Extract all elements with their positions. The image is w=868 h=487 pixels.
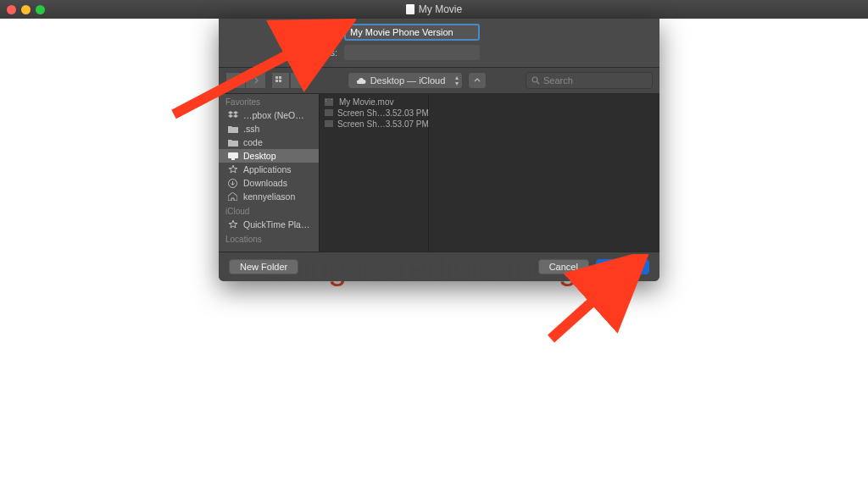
image-file-icon [325, 109, 333, 118]
file-row[interactable]: Screen Sh…3.53.07 PM [320, 119, 428, 130]
applications-icon [227, 164, 238, 174]
document-icon [406, 4, 415, 14]
sidebar-item-home[interactable]: kennyeliason [219, 190, 319, 203]
sidebar-item-label: Applications [243, 164, 292, 174]
svg-rect-14 [325, 120, 333, 127]
sidebar-item-label: Downloads [243, 178, 287, 188]
svg-rect-2 [275, 80, 278, 82]
location-popup[interactable]: Desktop — iCloud ▴▾ [348, 72, 464, 89]
downloads-icon [227, 178, 238, 188]
sidebar-header-favorites: Favorites [219, 94, 319, 108]
export-as-label: Export As: [244, 27, 337, 37]
dialog-button-bar: New Folder Cancel Save [219, 252, 659, 281]
forward-button[interactable] [246, 72, 266, 89]
svg-rect-10 [326, 99, 326, 100]
search-placeholder: Search [543, 75, 573, 86]
svg-point-4 [532, 77, 537, 82]
movie-file-icon [325, 98, 335, 107]
sidebar-header-locations: Locations [219, 231, 319, 246]
file-name: Screen Sh…3.53.07 PM [337, 119, 428, 129]
svg-line-5 [537, 82, 540, 85]
sidebar-item-label: kennyeliason [243, 191, 295, 202]
collapse-button[interactable] [468, 72, 487, 89]
desktop-icon [227, 151, 238, 161]
new-folder-button[interactable]: New Folder [229, 259, 298, 274]
stepper-icon: ▴▾ [455, 75, 459, 86]
sidebar-item-ssh[interactable]: .ssh [219, 122, 319, 136]
svg-rect-3 [279, 80, 281, 82]
location-label: Desktop — iCloud [370, 75, 446, 86]
file-name: Screen Sh…3.52.03 PM [337, 108, 428, 118]
sidebar-item-downloads[interactable]: Downloads [219, 176, 319, 190]
view-mode-dropdown[interactable] [290, 72, 309, 89]
export-filename-input[interactable] [344, 24, 480, 41]
sidebar-item-dropbox[interactable]: …pbox (NeO… [219, 108, 319, 122]
sidebar-item-applications[interactable]: Applications [219, 163, 319, 176]
sidebar-item-quicktime[interactable]: QuickTime Pla… [219, 218, 319, 231]
cancel-button[interactable]: Cancel [538, 259, 589, 274]
window-title-text: My Movie [419, 3, 462, 15]
window-title: My Movie [0, 3, 868, 15]
search-field[interactable]: Search [526, 72, 653, 89]
svg-rect-1 [279, 76, 281, 79]
folder-icon [227, 124, 238, 134]
svg-rect-11 [326, 101, 326, 102]
search-icon [531, 76, 540, 85]
home-icon [227, 191, 238, 202]
sidebar-item-code[interactable]: code [219, 136, 319, 149]
file-row[interactable]: My Movie.mov [320, 97, 428, 108]
svg-rect-0 [275, 76, 278, 79]
sidebar-item-label: code [243, 137, 263, 147]
preview-column [429, 94, 659, 252]
svg-rect-6 [228, 152, 238, 158]
cloud-icon [355, 77, 366, 85]
file-row[interactable]: Screen Sh…3.52.03 PM [320, 108, 428, 119]
svg-rect-13 [325, 109, 333, 116]
folder-icon [227, 137, 238, 147]
tags-input[interactable] [344, 45, 480, 60]
back-button[interactable] [225, 72, 246, 89]
save-dialog: Export As: Tags: [219, 19, 659, 281]
svg-rect-12 [331, 99, 332, 100]
svg-rect-7 [231, 158, 235, 160]
file-browser: Favorites …pbox (NeO… .ssh code Desktop … [219, 94, 659, 252]
image-file-icon [325, 120, 333, 129]
file-name: My Movie.mov [339, 97, 393, 107]
sidebar-header-icloud: iCloud [219, 203, 319, 218]
dialog-toolbar: Desktop — iCloud ▴▾ Search [219, 68, 659, 93]
sidebar-item-label: …pbox (NeO… [243, 110, 304, 120]
dropbox-icon [227, 110, 238, 120]
tags-label: Tags: [244, 47, 337, 58]
file-column: My Movie.mov Screen Sh…3.52.03 PM Screen… [319, 94, 429, 252]
app-titlebar: My Movie [0, 0, 868, 19]
sidebar-item-label: .ssh [243, 124, 259, 134]
applications-icon [227, 219, 238, 230]
sidebar-item-desktop[interactable]: Desktop [219, 149, 319, 163]
sidebar-item-label: QuickTime Pla… [243, 219, 309, 230]
view-mode-button[interactable] [271, 72, 290, 89]
save-button[interactable]: Save [596, 259, 649, 274]
sidebar-item-label: Desktop [243, 151, 276, 161]
sidebar: Favorites …pbox (NeO… .ssh code Desktop … [219, 94, 319, 252]
